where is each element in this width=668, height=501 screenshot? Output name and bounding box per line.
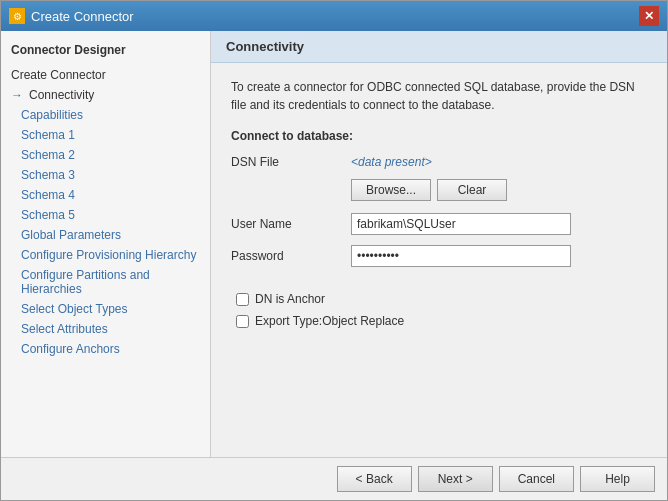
password-row: Password	[231, 245, 647, 267]
panel-body: To create a connector for ODBC connected…	[211, 63, 667, 457]
dn-anchor-label: DN is Anchor	[255, 292, 325, 306]
sidebar-item-configure-partitions[interactable]: Configure Partitions and Hierarchies	[1, 265, 210, 299]
sidebar-item-create-connector[interactable]: Create Connector	[1, 65, 210, 85]
window-title: Create Connector	[31, 9, 134, 24]
select-object-types-label: Select Object Types	[21, 302, 128, 316]
sidebar-item-schema2[interactable]: Schema 2	[1, 145, 210, 165]
schema5-label: Schema 5	[21, 208, 75, 222]
schema1-label: Schema 1	[21, 128, 75, 142]
connect-section-label: Connect to database:	[231, 129, 647, 143]
export-type-row: Export Type:Object Replace	[231, 314, 647, 328]
sidebar-header: Connector Designer	[1, 39, 210, 65]
password-value-area	[351, 245, 647, 267]
username-input[interactable]	[351, 213, 571, 235]
window: ⚙ Create Connector ✕ Connector Designer …	[0, 0, 668, 501]
configure-provisioning-label: Configure Provisioning Hierarchy	[21, 248, 196, 262]
app-icon: ⚙	[9, 8, 25, 24]
sidebar-item-schema3[interactable]: Schema 3	[1, 165, 210, 185]
panel-header: Connectivity	[211, 31, 667, 63]
sidebar-item-global-parameters[interactable]: Global Parameters	[1, 225, 210, 245]
right-panel: Connectivity To create a connector for O…	[211, 31, 667, 457]
browse-clear-row: Browse... Clear	[351, 179, 647, 201]
capabilities-label: Capabilities	[21, 108, 83, 122]
sidebar-item-capabilities[interactable]: Capabilities	[1, 105, 210, 125]
dsn-label: DSN File	[231, 155, 351, 169]
sidebar-item-connectivity[interactable]: → Connectivity	[1, 85, 210, 105]
dsn-value: <data present>	[351, 155, 432, 169]
sidebar-item-schema1[interactable]: Schema 1	[1, 125, 210, 145]
configure-anchors-label: Configure Anchors	[21, 342, 120, 356]
sidebar-item-select-object-types[interactable]: Select Object Types	[1, 299, 210, 319]
arrow-icon: →	[11, 88, 23, 102]
sidebar-item-schema5[interactable]: Schema 5	[1, 205, 210, 225]
title-bar-left: ⚙ Create Connector	[9, 8, 134, 24]
connectivity-label: Connectivity	[29, 88, 94, 102]
select-attributes-label: Select Attributes	[21, 322, 108, 336]
description-text: To create a connector for ODBC connected…	[231, 78, 647, 114]
password-input[interactable]	[351, 245, 571, 267]
global-parameters-label: Global Parameters	[21, 228, 121, 242]
schema2-label: Schema 2	[21, 148, 75, 162]
dsn-value-area: <data present>	[351, 155, 647, 169]
next-button[interactable]: Next >	[418, 466, 493, 492]
close-button[interactable]: ✕	[639, 6, 659, 26]
back-button[interactable]: < Back	[337, 466, 412, 492]
username-label: User Name	[231, 217, 351, 231]
sidebar-item-configure-provisioning-hierarchy[interactable]: Configure Provisioning Hierarchy	[1, 245, 210, 265]
title-bar: ⚙ Create Connector ✕	[1, 1, 667, 31]
schema3-label: Schema 3	[21, 168, 75, 182]
dn-anchor-row: DN is Anchor	[231, 292, 647, 306]
bottom-bar: < Back Next > Cancel Help	[1, 457, 667, 500]
username-value-area	[351, 213, 647, 235]
help-button[interactable]: Help	[580, 466, 655, 492]
sidebar-item-schema4[interactable]: Schema 4	[1, 185, 210, 205]
cancel-button[interactable]: Cancel	[499, 466, 574, 492]
create-connector-label: Create Connector	[11, 68, 106, 82]
dsn-row: DSN File <data present>	[231, 155, 647, 169]
password-label: Password	[231, 249, 351, 263]
schema4-label: Schema 4	[21, 188, 75, 202]
export-type-checkbox[interactable]	[236, 315, 249, 328]
configure-partitions-label: Configure Partitions and Hierarchies	[21, 268, 200, 296]
sidebar: Connector Designer Create Connector → Co…	[1, 31, 211, 457]
sidebar-item-select-attributes[interactable]: Select Attributes	[1, 319, 210, 339]
main-content: Connector Designer Create Connector → Co…	[1, 31, 667, 457]
browse-button[interactable]: Browse...	[351, 179, 431, 201]
clear-button[interactable]: Clear	[437, 179, 507, 201]
export-type-label: Export Type:Object Replace	[255, 314, 404, 328]
dn-anchor-checkbox[interactable]	[236, 293, 249, 306]
sidebar-item-configure-anchors[interactable]: Configure Anchors	[1, 339, 210, 359]
username-row: User Name	[231, 213, 647, 235]
